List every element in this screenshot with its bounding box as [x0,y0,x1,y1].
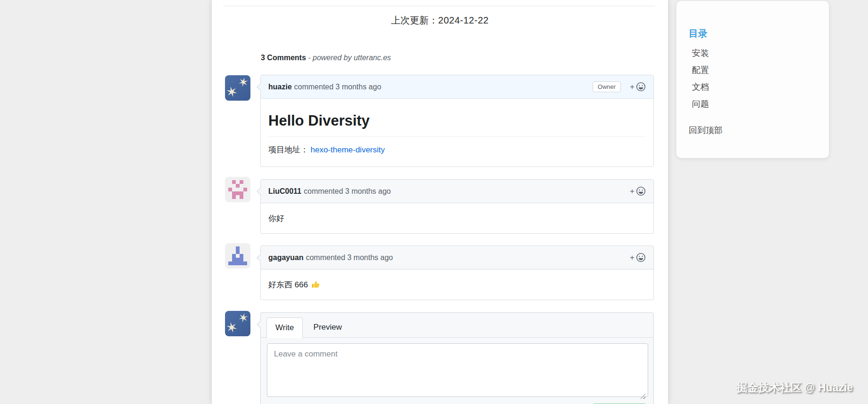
project-link[interactable]: hexo-theme-diversity [311,145,385,154]
main-content-column: 上次更新：2024-12-22 3 Comments - powered by … [212,0,668,404]
project-address-label: 项目地址： [268,145,308,154]
comment-author[interactable]: huazie [268,83,292,91]
comment-huazie: huazie commented 3 months ago Owner + He… [260,75,654,167]
comment-paragraph: 项目地址： hexo-theme-diversity [268,144,646,155]
toc-list: 安装 配置 文档 问题 [689,45,820,112]
comment-body: 好东西 666 [261,269,653,300]
new-comment-form: Write Preview [260,312,654,404]
add-reaction-button[interactable]: + [630,82,646,92]
starfish-icon: ✶ [237,311,250,325]
avatar-current-user[interactable]: ✶ ✶ [225,311,250,336]
comment-meta: commented 3 months ago [304,187,391,196]
comment-body: 你好 [261,203,653,234]
last-updated-label: 上次更新： [391,15,438,25]
plus-icon: + [630,82,635,92]
comment-header: gagayuan commented 3 months ago + [261,246,653,269]
avatar-huazie[interactable]: ✶ ✶ [225,75,250,101]
watermark: 掘金技术社区 @ Huazie [737,380,853,395]
comment-input[interactable] [267,343,648,397]
smiley-icon [636,82,646,92]
avatar-liuc0011[interactable] [225,177,250,202]
comment-form-footer [261,402,653,404]
add-reaction-button[interactable]: + [630,186,646,196]
article-divider [223,6,655,6]
smiley-icon [636,186,646,196]
comment-text: 好东西 666 [268,280,308,289]
comment-author[interactable]: gagayuan [268,253,304,262]
toc-item-config[interactable]: 配置 [689,62,820,79]
comment-form-tabbar: Write Preview [261,313,653,338]
comments-count-header: 3 Comments - powered by utteranc.es [261,54,391,62]
comment-title: Hello Diversity [268,112,646,137]
add-reaction-button[interactable]: + [630,253,646,262]
comment-header: LiuC0011 commented 3 months ago + [261,180,653,203]
comment-meta: commented 3 months ago [294,83,381,91]
comment-gagayuan: gagayuan commented 3 months ago + 好东西 66… [260,246,654,300]
last-updated-line: 上次更新：2024-12-22 [212,14,668,27]
smiley-icon [636,253,646,262]
toc-item-issues[interactable]: 问题 [689,95,820,112]
toc-card: 目录 安装 配置 文档 问题 回到顶部 [676,1,829,158]
plus-icon: + [630,253,635,262]
toc-item-docs[interactable]: 文档 [689,79,820,95]
toc-title[interactable]: 目录 [689,27,820,40]
tab-preview[interactable]: Preview [305,317,350,337]
comment-header: huazie commented 3 months ago Owner + [261,75,653,99]
last-updated-date: 2024-12-22 [438,15,489,25]
thumbs-up-emoji [312,280,320,289]
comment-meta: commented 3 months ago [306,253,393,262]
comment-author[interactable]: LiuC0011 [268,187,301,196]
toc-item-install[interactable]: 安装 [689,45,820,62]
owner-badge: Owner [593,81,621,92]
starfish-icon: ✶ [237,75,250,89]
powered-by-utterances: - powered by utteranc.es [308,54,391,62]
avatar-gagayuan[interactable] [225,243,250,269]
plus-icon: + [630,187,635,196]
back-to-top-link[interactable]: 回到顶部 [689,125,820,136]
comment-liuc0011: LiuC0011 commented 3 months ago + 你好 [260,179,654,234]
comments-count: 3 Comments [261,54,306,62]
comment-body: Hello Diversity 项目地址： hexo-theme-diversi… [261,99,653,164]
tab-write[interactable]: Write [266,317,303,338]
